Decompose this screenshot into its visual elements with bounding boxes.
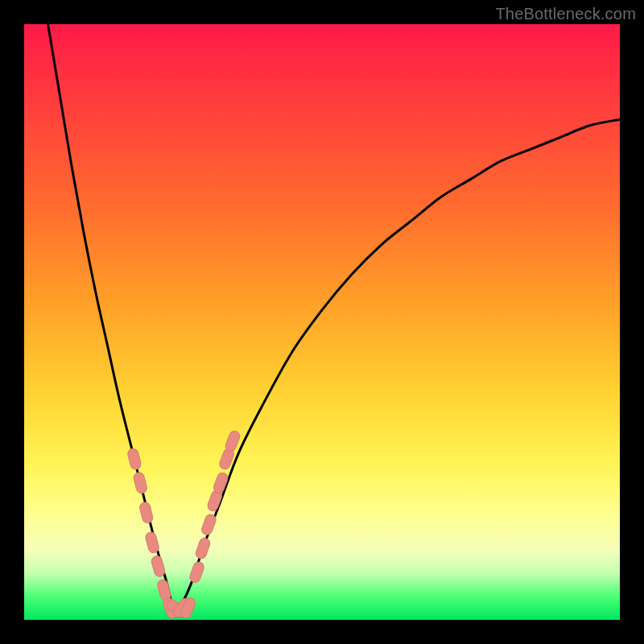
chart-overlay-svg xyxy=(24,24,620,620)
data-marker xyxy=(200,513,217,536)
data-marker xyxy=(188,560,205,584)
watermark-text: TheBottleneck.com xyxy=(495,5,636,23)
bottleneck-curve xyxy=(48,24,620,611)
data-marker xyxy=(224,430,242,453)
bottleneck-curve-path xyxy=(48,24,620,611)
data-marker xyxy=(138,502,154,524)
data-marker xyxy=(145,531,160,554)
plot-area xyxy=(24,24,620,620)
data-marker xyxy=(195,537,212,560)
data-marker xyxy=(213,471,229,494)
data-marker xyxy=(151,555,166,578)
chart-frame: TheBottleneck.com xyxy=(0,0,644,644)
data-markers xyxy=(126,430,241,620)
data-marker xyxy=(133,472,148,494)
data-marker xyxy=(126,448,142,470)
